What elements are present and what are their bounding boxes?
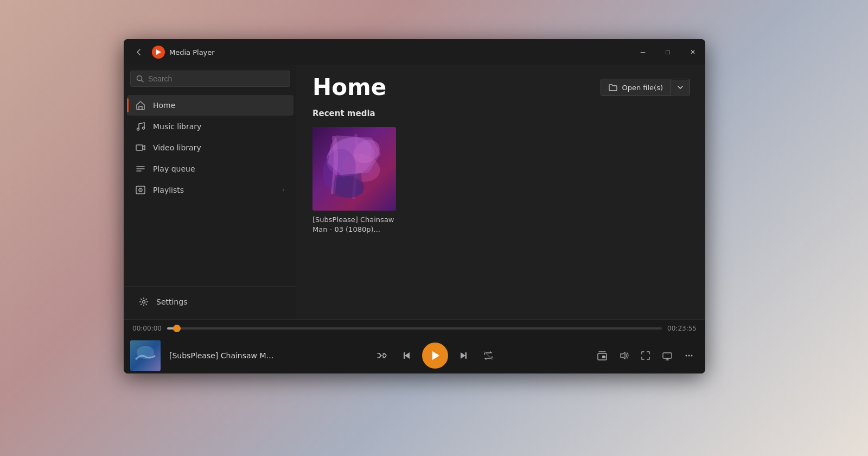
content-header: Home Open file(s)	[297, 65, 705, 104]
content-area: Home Open file(s) Rec	[297, 65, 705, 319]
recent-media-title: Recent media	[312, 109, 690, 118]
sidebar: Home Music library	[124, 65, 297, 319]
svg-point-12	[143, 301, 145, 303]
back-button[interactable]	[130, 43, 148, 61]
media-item-title: [SubsPlease] Chainsaw Man - 03 (1080p)..…	[312, 215, 396, 235]
svg-rect-5	[136, 145, 143, 150]
folder-icon	[609, 83, 617, 92]
cast-button[interactable]	[658, 346, 677, 365]
home-icon	[136, 100, 145, 110]
current-time: 00:00:00	[132, 325, 162, 332]
track-thumb-art	[130, 340, 161, 371]
settings-icon	[139, 297, 149, 307]
svg-marker-30	[621, 352, 625, 359]
media-grid: [SubsPlease] Chainsaw Man - 03 (1080p)..…	[312, 127, 690, 235]
sidebar-item-home-label: Home	[153, 101, 285, 110]
svg-point-4	[143, 127, 145, 129]
svg-point-35	[686, 354, 687, 356]
sidebar-item-play-queue[interactable]: Play queue	[127, 159, 293, 179]
open-file-button-group: Open file(s)	[601, 79, 690, 96]
minimize-button[interactable]: ─	[630, 39, 655, 65]
settings-label: Settings	[156, 297, 282, 306]
volume-button[interactable]	[614, 346, 634, 365]
maximize-button[interactable]: □	[655, 39, 680, 65]
close-button[interactable]: ✕	[680, 39, 705, 65]
thumbnail-svg	[312, 127, 396, 211]
svg-point-37	[691, 354, 693, 356]
open-file-main-button[interactable]: Open file(s)	[601, 79, 671, 96]
playlist-icon	[136, 185, 145, 195]
nav-items: Home Music library	[124, 92, 297, 286]
svg-line-2	[142, 80, 144, 83]
svg-marker-21	[405, 352, 410, 359]
search-input[interactable]	[148, 74, 284, 83]
svg-rect-22	[404, 352, 405, 359]
sidebar-item-playlists-label: Playlists	[153, 186, 275, 194]
video-icon	[136, 143, 145, 153]
progress-thumb	[173, 325, 181, 332]
queue-icon	[136, 164, 145, 174]
svg-marker-24	[461, 352, 465, 359]
page-title: Home	[312, 76, 386, 99]
chevron-down-icon: ›	[282, 186, 285, 194]
app-icon	[152, 46, 165, 59]
shuffle-button[interactable]	[372, 346, 392, 365]
sidebar-item-play-queue-label: Play queue	[153, 164, 285, 173]
search-icon	[136, 75, 144, 83]
progress-track[interactable]	[167, 327, 662, 330]
track-thumbnail	[130, 340, 161, 371]
total-time: 00:23:55	[667, 325, 697, 332]
music-icon	[136, 122, 145, 131]
titlebar-left: Media Player	[130, 43, 215, 61]
svg-point-36	[688, 354, 690, 356]
progress-row: 00:00:00 00:23:55	[124, 320, 705, 337]
app-title: Media Player	[169, 48, 215, 56]
miniplayer-button[interactable]	[592, 346, 612, 365]
media-card[interactable]: [SubsPlease] Chainsaw Man - 03 (1080p)..…	[312, 127, 396, 235]
svg-rect-28	[602, 356, 605, 358]
svg-marker-23	[432, 351, 439, 360]
sidebar-item-video-library-label: Video library	[153, 143, 285, 152]
sidebar-item-playlists[interactable]: Playlists ›	[127, 180, 293, 200]
svg-point-11	[140, 189, 141, 191]
player-bar: 00:00:00 00:23:55	[124, 319, 705, 373]
sidebar-bottom: Settings	[124, 286, 297, 319]
app-window: Media Player ─ □ ✕	[124, 39, 705, 373]
open-file-label: Open file(s)	[622, 84, 663, 92]
titlebar: Media Player ─ □ ✕	[124, 39, 705, 65]
play-button[interactable]	[422, 343, 448, 369]
svg-point-3	[137, 128, 139, 130]
controls-row: [SubsPlease] Chainsaw Man...	[124, 337, 705, 373]
content-body: Recent media	[297, 104, 705, 319]
track-thumbnail-svg	[130, 340, 161, 371]
next-button[interactable]	[454, 346, 473, 365]
sidebar-item-music-library-label: Music library	[153, 122, 285, 131]
svg-rect-25	[465, 352, 467, 359]
track-title: [SubsPlease] Chainsaw Man...	[169, 351, 278, 360]
sidebar-item-video-library[interactable]: Video library	[127, 137, 293, 158]
thumbnail-art	[312, 127, 396, 211]
search-box[interactable]	[130, 71, 290, 87]
right-controls	[592, 346, 699, 365]
more-options-button[interactable]	[679, 346, 699, 365]
titlebar-controls: ─ □ ✕	[630, 39, 705, 65]
repeat-button[interactable]	[478, 346, 498, 365]
fullscreen-button[interactable]	[636, 346, 655, 365]
chevron-down-icon	[676, 84, 684, 91]
sidebar-item-music-library[interactable]: Music library	[127, 116, 293, 137]
svg-marker-0	[156, 49, 161, 55]
sidebar-item-home[interactable]: Home	[127, 95, 293, 116]
svg-rect-31	[663, 353, 672, 358]
previous-button[interactable]	[397, 346, 417, 365]
open-file-dropdown-button[interactable]	[671, 80, 690, 95]
sidebar-item-settings[interactable]: Settings	[130, 292, 290, 312]
main-area: Home Music library	[124, 65, 705, 319]
transport-controls	[282, 343, 588, 369]
media-thumbnail	[312, 127, 396, 211]
